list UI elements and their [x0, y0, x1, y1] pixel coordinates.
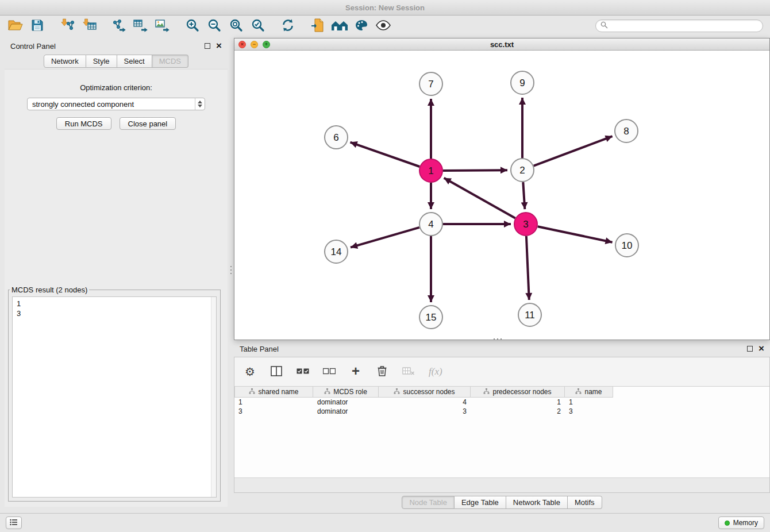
window-title: Session: New Session: [345, 3, 425, 12]
search-input[interactable]: [611, 22, 758, 30]
horizontal-splitter-handle[interactable]: [492, 337, 503, 341]
graph-node-2[interactable]: 2: [511, 159, 534, 182]
float-panel-icon[interactable]: [205, 43, 210, 49]
save-session-button[interactable]: [26, 17, 48, 34]
graph-node-1[interactable]: 1: [419, 159, 442, 182]
graph-node-3[interactable]: 3: [514, 213, 537, 236]
houses-icon: [331, 19, 348, 33]
table-row[interactable]: 3dominator323: [234, 407, 769, 416]
floppy-disk-icon: [31, 19, 44, 33]
table-horizontal-scrollbar[interactable]: [234, 477, 769, 492]
minimize-window-icon[interactable]: [251, 41, 258, 48]
open-session-button[interactable]: [5, 17, 26, 34]
graph-node-8[interactable]: 8: [615, 119, 638, 142]
delete-column-button[interactable]: [376, 364, 388, 379]
network-window-title: scc.txt: [490, 40, 514, 49]
graph-edge-4-14[interactable]: [351, 228, 419, 248]
mcds-result-list[interactable]: 13: [12, 296, 217, 498]
graph-edge-1-2[interactable]: [443, 170, 507, 171]
plus-icon: [352, 366, 360, 377]
graph-node-15[interactable]: 15: [419, 306, 442, 329]
close-window-icon[interactable]: [238, 41, 246, 48]
mcds-result-item[interactable]: 3: [17, 309, 208, 318]
close-panel-icon[interactable]: [759, 346, 764, 352]
show-hide-details-button[interactable]: [372, 17, 394, 34]
network-window-titlebar[interactable]: scc.txt: [234, 38, 769, 51]
first-neighbors-button[interactable]: [307, 17, 329, 34]
criterion-dropdown[interactable]: strongly connected component: [27, 98, 205, 110]
table-panel: Table Panel f(x) shared nameMCDS rolesuc…: [234, 342, 770, 511]
run-mcds-button[interactable]: Run MCDS: [56, 117, 111, 130]
network-graph[interactable]: 1234678910111415: [234, 51, 769, 340]
deselect-all-columns-button[interactable]: [323, 364, 336, 379]
graph-node-7[interactable]: 7: [419, 72, 442, 95]
search-box[interactable]: [595, 20, 763, 32]
table-cell: 1: [565, 398, 613, 407]
graph-edge-3-1[interactable]: [444, 178, 515, 218]
graph-node-14[interactable]: 14: [325, 240, 348, 263]
network-canvas[interactable]: 1234678910111415: [234, 51, 769, 340]
palette-icon: [355, 19, 368, 33]
select-all-columns-button[interactable]: [297, 364, 309, 379]
graph-node-4[interactable]: 4: [419, 213, 442, 236]
graph-edge-2-8[interactable]: [534, 136, 613, 166]
checked-boxes-icon: [297, 368, 309, 376]
column-header-label: MCDS role: [333, 388, 367, 396]
svg-text:11: 11: [525, 310, 535, 321]
export-network-button[interactable]: [108, 17, 130, 34]
svg-text:15: 15: [426, 312, 437, 323]
task-history-button[interactable]: [6, 516, 22, 529]
import-network-icon: [60, 18, 75, 34]
show-columns-button[interactable]: [270, 364, 283, 379]
memory-status-icon: [725, 521, 730, 526]
style-button[interactable]: [351, 17, 372, 34]
graph-edge-3-10[interactable]: [538, 226, 613, 242]
graph-node-11[interactable]: 11: [518, 303, 541, 326]
graph-node-10[interactable]: 10: [615, 234, 638, 257]
apply-layout-button[interactable]: [277, 17, 299, 34]
tree-sort-icon: [575, 388, 582, 396]
import-table-button[interactable]: [78, 17, 100, 34]
close-panel-icon[interactable]: [216, 43, 222, 49]
tab-network-table[interactable]: Network Table: [506, 496, 568, 509]
import-network-button[interactable]: [56, 17, 78, 34]
tab-style[interactable]: Style: [86, 55, 117, 68]
column-header-MCDS-role[interactable]: MCDS role: [313, 387, 379, 398]
export-table-button[interactable]: [130, 17, 152, 34]
columns-icon: [271, 366, 282, 378]
table-row[interactable]: 1dominator411: [234, 398, 769, 407]
criterion-dropdown-value: strongly connected component: [28, 100, 195, 109]
tab-mcds[interactable]: MCDS: [152, 55, 188, 68]
graph-node-9[interactable]: 9: [511, 71, 534, 94]
tab-edge-table[interactable]: Edge Table: [455, 496, 506, 509]
zoom-out-button[interactable]: [203, 17, 225, 34]
graph-edge-2-3[interactable]: [523, 182, 525, 209]
memory-button[interactable]: Memory: [718, 516, 764, 529]
svg-text:4: 4: [428, 219, 433, 230]
table-settings-button[interactable]: [244, 364, 256, 379]
zoom-in-button[interactable]: [182, 17, 203, 34]
graph-edge-3-11[interactable]: [526, 236, 529, 300]
maximize-window-icon[interactable]: [263, 41, 270, 48]
vertical-splitter-handle[interactable]: [229, 265, 233, 275]
column-header-name[interactable]: name: [565, 387, 613, 398]
zoom-fit-button[interactable]: [225, 17, 247, 34]
graph-node-6[interactable]: 6: [325, 126, 348, 149]
mcds-result-item[interactable]: 1: [17, 299, 208, 309]
column-header-label: name: [584, 388, 602, 396]
close-panel-button[interactable]: Close panel: [120, 117, 176, 130]
zoom-selected-button[interactable]: [247, 17, 269, 34]
create-column-button[interactable]: [349, 364, 362, 379]
graph-edge-1-6[interactable]: [351, 142, 420, 167]
float-panel-icon[interactable]: [747, 346, 753, 352]
network-home-button[interactable]: [329, 17, 351, 34]
column-header-successor-nodes[interactable]: successor nodes: [379, 387, 471, 398]
tab-motifs[interactable]: Motifs: [568, 496, 602, 509]
tab-network[interactable]: Network: [44, 55, 86, 68]
column-header-predecessor-nodes[interactable]: predecessor nodes: [471, 387, 565, 398]
tab-select[interactable]: Select: [117, 55, 152, 68]
tab-node-table[interactable]: Node Table: [402, 496, 455, 509]
column-header-shared-name[interactable]: shared name: [234, 387, 313, 398]
control-panel-header: Control Panel: [5, 39, 228, 53]
export-image-button[interactable]: [152, 17, 174, 34]
